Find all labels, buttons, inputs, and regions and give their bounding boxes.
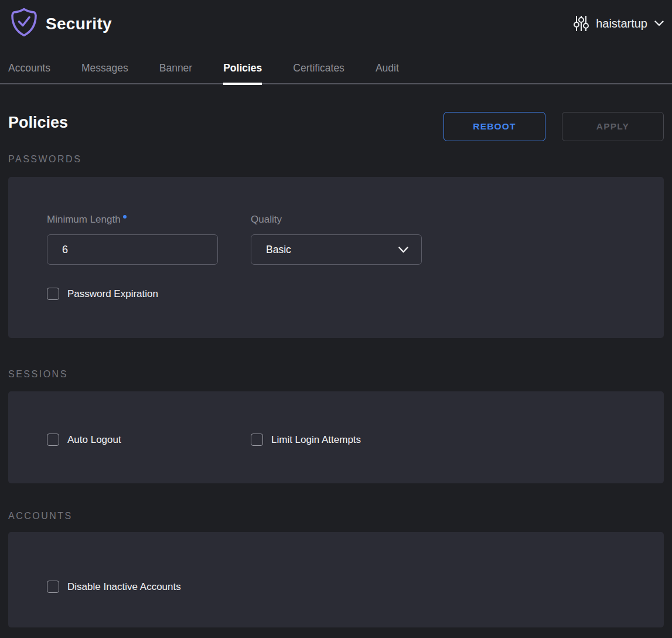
minimum-length-label-text: Minimum Length [47,214,121,225]
chevron-down-icon [654,21,664,26]
quality-label: Quality [251,214,282,226]
quality-select-value: Basic [266,244,398,256]
tab-messages[interactable]: Messages [81,60,128,83]
security-settings-screen: Security haistartup Accounts Messages Ba [0,0,672,638]
passwords-section-label: PASSWORDS [8,154,81,165]
page-header-title: Security [46,15,112,33]
accounts-section-label: ACCOUNTS [8,511,73,521]
security-shield-icon [11,8,37,37]
tab-policies[interactable]: Policies [223,60,262,83]
auto-logout-checkbox-row[interactable]: Auto Logout [47,434,121,446]
chevron-down-icon [398,247,408,253]
limit-login-attempts-checkbox[interactable] [251,434,263,446]
page-title: Policies [8,114,68,132]
auto-logout-checkbox[interactable] [47,434,59,446]
tab-bar: Accounts Messages Banner Policies Certif… [0,60,672,84]
reboot-button[interactable]: REBOOT [444,112,545,141]
password-expiration-label: Password Expiration [67,288,158,300]
required-indicator-icon [123,215,127,219]
disable-inactive-accounts-checkbox-row[interactable]: Disable Inactive Accounts [47,581,181,593]
disable-inactive-accounts-checkbox[interactable] [47,581,59,593]
auto-logout-label: Auto Logout [67,434,121,446]
password-expiration-checkbox-row[interactable]: Password Expiration [47,288,158,300]
account-menu[interactable]: haistartup [574,15,664,32]
passwords-panel: Minimum Length Quality Basic Password Ex… [8,177,664,338]
sliders-icon [574,15,589,32]
disable-inactive-accounts-label: Disable Inactive Accounts [67,581,181,593]
tab-accounts[interactable]: Accounts [8,60,50,83]
limit-login-attempts-checkbox-row[interactable]: Limit Login Attempts [251,434,361,446]
account-name: haistartup [596,17,647,30]
minimum-length-input[interactable] [47,234,218,265]
app-header: Security haistartup [0,0,672,53]
tab-banner[interactable]: Banner [159,60,192,83]
tab-audit[interactable]: Audit [376,60,399,83]
tab-certificates[interactable]: Certificates [293,60,344,83]
password-expiration-checkbox[interactable] [47,288,59,300]
limit-login-attempts-label: Limit Login Attempts [271,434,361,446]
quality-select[interactable]: Basic [251,234,422,265]
apply-button: APPLY [562,112,664,141]
minimum-length-label: Minimum Length [47,214,127,226]
sessions-section-label: SESSIONS [8,369,68,380]
accounts-panel: Disable Inactive Accounts [8,532,664,627]
sessions-panel: Auto Logout Limit Login Attempts [8,391,664,483]
